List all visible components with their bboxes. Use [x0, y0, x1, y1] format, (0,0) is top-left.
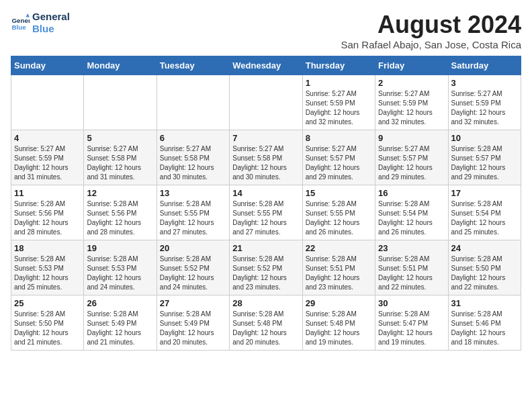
day-number: 4 [14, 133, 81, 143]
weekday-header-wednesday: Wednesday [230, 56, 302, 75]
day-info: Sunrise: 5:28 AMSunset: 5:47 PMDaylight:… [378, 310, 445, 347]
day-info: Sunrise: 5:28 AMSunset: 5:48 PMDaylight:… [232, 310, 299, 347]
day-info: Sunrise: 5:28 AMSunset: 5:55 PMDaylight:… [160, 199, 226, 237]
week-row-2: 4Sunrise: 5:27 AMSunset: 5:59 PMDaylight… [11, 130, 521, 185]
calendar-cell-3-6: 16Sunrise: 5:28 AMSunset: 5:54 PMDayligh… [375, 185, 448, 240]
day-number: 19 [87, 243, 153, 253]
day-number: 17 [451, 188, 518, 198]
calendar-cell-2-4: 7Sunrise: 5:27 AMSunset: 5:58 PMDaylight… [230, 130, 302, 185]
day-number: 26 [87, 298, 153, 308]
weekday-header-sunday: Sunday [11, 56, 84, 75]
day-info: Sunrise: 5:28 AMSunset: 5:52 PMDaylight:… [232, 255, 299, 292]
calendar-subtitle: San Rafael Abajo, San Jose, Costa Rica [341, 39, 522, 50]
day-info: Sunrise: 5:27 AMSunset: 5:58 PMDaylight:… [232, 144, 299, 182]
calendar-cell-4-6: 23Sunrise: 5:28 AMSunset: 5:51 PMDayligh… [375, 240, 448, 295]
logo-icon: General Blue [11, 13, 30, 32]
calendar-cell-5-2: 26Sunrise: 5:28 AMSunset: 5:49 PMDayligh… [84, 295, 157, 351]
calendar-cell-3-5: 15Sunrise: 5:28 AMSunset: 5:55 PMDayligh… [302, 185, 375, 240]
day-number: 25 [14, 298, 81, 308]
week-row-1: 1Sunrise: 5:27 AMSunset: 5:59 PMDaylight… [11, 75, 521, 130]
calendar-cell-1-2 [84, 75, 157, 130]
day-number: 5 [87, 133, 153, 143]
calendar-cell-2-5: 8Sunrise: 5:27 AMSunset: 5:57 PMDaylight… [302, 130, 375, 185]
logo: General Blue General Blue [11, 11, 70, 35]
day-number: 9 [378, 133, 445, 143]
weekday-header-friday: Friday [375, 56, 448, 75]
day-info: Sunrise: 5:27 AMSunset: 5:58 PMDaylight:… [160, 144, 226, 182]
day-number: 14 [232, 188, 299, 198]
day-info: Sunrise: 5:28 AMSunset: 5:55 PMDaylight:… [306, 199, 372, 237]
day-number: 21 [232, 243, 299, 253]
calendar-cell-1-6: 2Sunrise: 5:27 AMSunset: 5:59 PMDaylight… [375, 75, 448, 130]
day-number: 20 [160, 243, 226, 253]
page-header: General Blue General Blue August 2024 Sa… [11, 11, 521, 50]
calendar-cell-2-6: 9Sunrise: 5:27 AMSunset: 5:57 PMDaylight… [375, 130, 448, 185]
calendar-cell-2-7: 10Sunrise: 5:28 AMSunset: 5:57 PMDayligh… [448, 130, 521, 185]
day-info: Sunrise: 5:28 AMSunset: 5:49 PMDaylight:… [160, 310, 226, 347]
day-info: Sunrise: 5:28 AMSunset: 5:50 PMDaylight:… [14, 310, 81, 347]
day-info: Sunrise: 5:27 AMSunset: 5:59 PMDaylight:… [306, 89, 372, 127]
calendar-cell-3-1: 11Sunrise: 5:28 AMSunset: 5:56 PMDayligh… [11, 185, 84, 240]
day-info: Sunrise: 5:28 AMSunset: 5:56 PMDaylight:… [87, 199, 153, 237]
calendar-cell-5-1: 25Sunrise: 5:28 AMSunset: 5:50 PMDayligh… [11, 295, 84, 351]
calendar-cell-1-3 [157, 75, 229, 130]
day-number: 3 [451, 78, 518, 88]
day-info: Sunrise: 5:28 AMSunset: 5:50 PMDaylight:… [451, 255, 518, 292]
calendar-table: SundayMondayTuesdayWednesdayThursdayFrid… [11, 56, 521, 351]
day-info: Sunrise: 5:28 AMSunset: 5:54 PMDaylight:… [378, 199, 445, 237]
calendar-cell-5-3: 27Sunrise: 5:28 AMSunset: 5:49 PMDayligh… [157, 295, 229, 351]
day-number: 10 [451, 133, 518, 143]
calendar-cell-3-2: 12Sunrise: 5:28 AMSunset: 5:56 PMDayligh… [84, 185, 157, 240]
calendar-cell-3-4: 14Sunrise: 5:28 AMSunset: 5:55 PMDayligh… [230, 185, 302, 240]
logo-blue: Blue [32, 23, 70, 35]
day-number: 12 [87, 188, 153, 198]
day-number: 23 [378, 243, 445, 253]
calendar-cell-1-4 [230, 75, 302, 130]
day-number: 11 [14, 188, 81, 198]
calendar-cell-3-7: 17Sunrise: 5:28 AMSunset: 5:54 PMDayligh… [448, 185, 521, 240]
day-number: 27 [160, 298, 226, 308]
day-number: 7 [232, 133, 299, 143]
day-number: 28 [232, 298, 299, 308]
day-info: Sunrise: 5:28 AMSunset: 5:54 PMDaylight:… [451, 199, 518, 237]
day-number: 18 [14, 243, 81, 253]
day-number: 31 [451, 298, 518, 308]
day-number: 22 [306, 243, 372, 253]
day-info: Sunrise: 5:28 AMSunset: 5:48 PMDaylight:… [306, 310, 372, 347]
day-number: 30 [378, 298, 445, 308]
week-row-3: 11Sunrise: 5:28 AMSunset: 5:56 PMDayligh… [11, 185, 521, 240]
calendar-cell-3-3: 13Sunrise: 5:28 AMSunset: 5:55 PMDayligh… [157, 185, 229, 240]
day-number: 16 [378, 188, 445, 198]
calendar-cell-2-2: 5Sunrise: 5:27 AMSunset: 5:58 PMDaylight… [84, 130, 157, 185]
day-info: Sunrise: 5:28 AMSunset: 5:57 PMDaylight:… [451, 144, 518, 182]
day-number: 1 [306, 78, 372, 88]
day-info: Sunrise: 5:28 AMSunset: 5:53 PMDaylight:… [87, 255, 153, 292]
weekday-header-saturday: Saturday [448, 56, 521, 75]
day-info: Sunrise: 5:28 AMSunset: 5:56 PMDaylight:… [14, 199, 81, 237]
calendar-cell-2-3: 6Sunrise: 5:27 AMSunset: 5:58 PMDaylight… [157, 130, 229, 185]
day-number: 13 [160, 188, 226, 198]
svg-marker-2 [26, 13, 30, 17]
day-number: 2 [378, 78, 445, 88]
logo-general: General [32, 11, 70, 23]
day-number: 24 [451, 243, 518, 253]
calendar-cell-5-7: 31Sunrise: 5:28 AMSunset: 5:46 PMDayligh… [448, 295, 521, 351]
calendar-title: August 2024 [341, 11, 522, 39]
weekday-header-row: SundayMondayTuesdayWednesdayThursdayFrid… [11, 56, 521, 75]
weekday-header-thursday: Thursday [302, 56, 375, 75]
day-number: 15 [306, 188, 372, 198]
day-info: Sunrise: 5:27 AMSunset: 5:57 PMDaylight:… [306, 144, 372, 182]
calendar-title-block: August 2024 San Rafael Abajo, San Jose, … [341, 11, 522, 50]
week-row-4: 18Sunrise: 5:28 AMSunset: 5:53 PMDayligh… [11, 240, 521, 295]
day-number: 6 [160, 133, 226, 143]
calendar-cell-4-3: 20Sunrise: 5:28 AMSunset: 5:52 PMDayligh… [157, 240, 229, 295]
day-info: Sunrise: 5:27 AMSunset: 5:59 PMDaylight:… [14, 144, 81, 182]
day-number: 8 [306, 133, 372, 143]
day-info: Sunrise: 5:28 AMSunset: 5:49 PMDaylight:… [87, 310, 153, 347]
calendar-cell-4-4: 21Sunrise: 5:28 AMSunset: 5:52 PMDayligh… [230, 240, 302, 295]
day-info: Sunrise: 5:28 AMSunset: 5:53 PMDaylight:… [14, 255, 81, 292]
day-info: Sunrise: 5:27 AMSunset: 5:59 PMDaylight:… [378, 89, 445, 127]
day-info: Sunrise: 5:27 AMSunset: 5:57 PMDaylight:… [378, 144, 445, 182]
day-info: Sunrise: 5:28 AMSunset: 5:55 PMDaylight:… [232, 199, 299, 237]
svg-text:Blue: Blue [11, 24, 26, 31]
